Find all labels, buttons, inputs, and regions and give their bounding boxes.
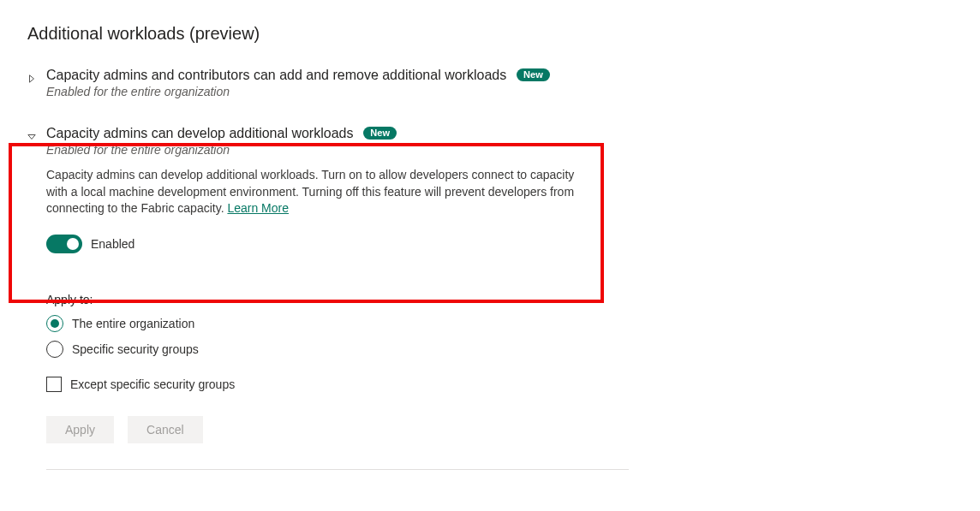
radio-specific-groups[interactable]: Specific security groups	[46, 341, 953, 358]
cancel-button[interactable]: Cancel	[128, 416, 203, 443]
settings-container: Capacity admins and contributors can add…	[27, 64, 953, 253]
setting-item-collapsed[interactable]: Capacity admins and contributors can add…	[27, 64, 953, 100]
setting-title: Capacity admins and contributors can add…	[46, 68, 506, 82]
setting-description: Capacity admins can develop additional w…	[46, 167, 595, 217]
radio-icon-selected	[46, 315, 63, 332]
setting-title: Capacity admins can develop additional w…	[46, 126, 353, 140]
radio-label: The entire organization	[72, 317, 194, 330]
divider	[46, 469, 629, 470]
setting-body: Capacity admins can develop additional w…	[27, 167, 953, 253]
apply-to-section: Apply to: The entire organization Specif…	[27, 293, 953, 470]
checkbox-label: Except specific security groups	[70, 377, 235, 391]
enabled-toggle[interactable]	[46, 235, 82, 253]
setting-header: Capacity admins and contributors can add…	[46, 68, 550, 98]
radio-entire-org[interactable]: The entire organization	[46, 315, 953, 332]
button-row: Apply Cancel	[46, 416, 953, 443]
learn-more-link[interactable]: Learn More	[227, 201, 289, 215]
new-badge: New	[363, 127, 397, 140]
setting-header: Capacity admins can develop additional w…	[46, 126, 397, 157]
radio-icon-unselected	[46, 341, 63, 358]
setting-subtitle: Enabled for the entire organization	[46, 85, 550, 98]
setting-item-expanded[interactable]: Capacity admins can develop additional w…	[27, 122, 953, 158]
section-title: Additional workloads (preview)	[27, 24, 953, 44]
toggle-row: Enabled	[46, 235, 953, 253]
checkbox-icon	[46, 377, 62, 392]
setting-subtitle: Enabled for the entire organization	[46, 143, 397, 157]
chevron-down-icon[interactable]	[27, 130, 38, 144]
setting-description-text: Capacity admins can develop additional w…	[46, 168, 574, 215]
apply-button[interactable]: Apply	[46, 416, 114, 443]
toggle-label: Enabled	[91, 237, 134, 251]
new-badge: New	[517, 68, 550, 81]
except-checkbox-row[interactable]: Except specific security groups	[46, 377, 953, 392]
radio-label: Specific security groups	[72, 342, 199, 356]
chevron-right-icon[interactable]	[27, 72, 38, 86]
apply-to-heading: Apply to:	[46, 293, 953, 306]
